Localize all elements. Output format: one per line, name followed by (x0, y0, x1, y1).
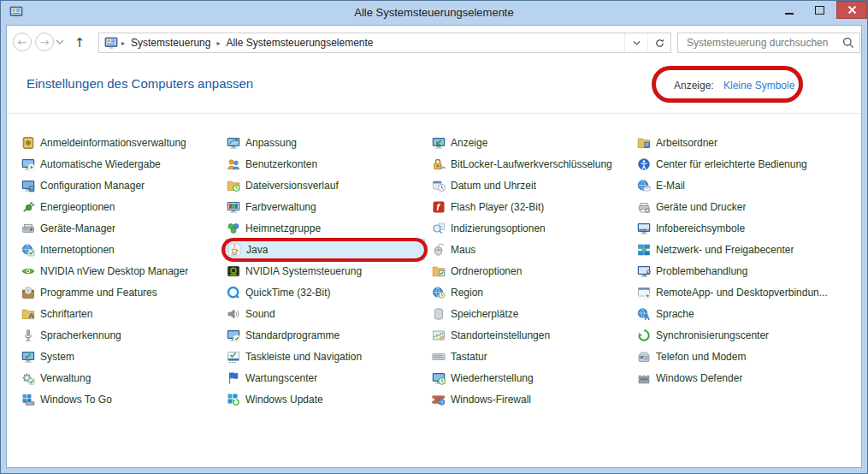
control-panel-item-spracherkennung[interactable]: Spracherkennung (20, 324, 221, 346)
close-button[interactable] (836, 1, 867, 19)
control-panel-item-dateiversionsverlauf[interactable]: Dateiversionsverlauf (225, 175, 427, 196)
back-button[interactable]: ← (13, 33, 32, 51)
control-panel-item-sprache[interactable]: ASprache (635, 303, 859, 324)
control-panel-item-system[interactable]: System (20, 346, 221, 367)
control-panel-item-standorteinstellungen[interactable]: Standorteinstellungen (430, 324, 632, 346)
control-panel-item-anzeige[interactable]: Anzeige (430, 132, 632, 153)
control-panel-item-windows-defender[interactable]: Windows Defender (635, 367, 859, 388)
control-panel-item-energieoptionen[interactable]: Energieoptionen (20, 196, 221, 217)
control-panel-item-flash-player-32-bit[interactable]: fFlash Player (32-Bit) (430, 196, 632, 217)
breadcrumb-systemsteuerung[interactable]: Systemsteuerung (125, 37, 216, 49)
up-button[interactable]: ↑ (69, 33, 90, 52)
item-label: Wartungscenter (245, 372, 317, 384)
item-label: Verwaltung (40, 372, 91, 384)
address-dropdown-button[interactable] (624, 33, 647, 52)
control-panel-item-automatische-wiedergabe[interactable]: Automatische Wiedergabe (20, 153, 221, 175)
search-icon[interactable] (842, 37, 854, 49)
control-panel-item-nvidia-systemsteuerung[interactable]: NVIDIA Systemsteuerung (225, 260, 427, 281)
control-panel-item-netzwerk-und-freigabecenter[interactable]: Netzwerk- und Freigabecenter (635, 239, 859, 260)
control-panel-item-windows-update[interactable]: Windows Update (225, 388, 427, 410)
refresh-button[interactable] (647, 33, 670, 52)
item-label: Geräte und Drucker (656, 201, 746, 213)
item-label: Dateiversionsverlauf (245, 180, 339, 192)
control-panel-item-wartungscenter[interactable]: Wartungscenter (225, 367, 427, 388)
svg-text:A: A (28, 311, 34, 320)
color-monitor-icon (227, 200, 240, 214)
item-label: Synchronisierungscenter (656, 329, 769, 341)
item-label: Netzwerk- und Freigabecenter (656, 244, 794, 256)
refresh-icon (654, 38, 665, 49)
forward-button[interactable]: → (35, 33, 54, 51)
control-panel-item-indizierungsoptionen[interactable]: Indizierungsoptionen (430, 217, 632, 239)
window-title: Alle Systemsteuerungselemente (1, 6, 867, 19)
power-plug-icon (21, 200, 35, 214)
control-panel-item-anmeldeinformationsverwaltung[interactable]: Anmeldeinformationsverwaltung (20, 132, 221, 153)
items-column-4: ArbeitsordnerCenter für erleichterte Bed… (635, 132, 861, 388)
item-label: Benutzerkonten (245, 158, 317, 170)
user-accounts-icon (227, 157, 240, 171)
item-label: Datum und Uhrzeit (451, 180, 536, 192)
item-label: System (40, 351, 74, 363)
recent-pages-button[interactable] (56, 39, 64, 45)
email-globe-icon (637, 179, 651, 193)
item-label: Java (246, 244, 268, 256)
control-panel-item-nvidia-nview-desktop-manager[interactable]: NVIDIA nView Desktop Manager (20, 260, 221, 281)
credential-vault-icon (21, 136, 35, 150)
control-panel-item-geräte-manager[interactable]: Geräte-Manager (20, 217, 221, 239)
control-panel-item-configuration-manager[interactable]: Configuration Manager (20, 175, 221, 196)
control-panel-item-datum-und-uhrzeit[interactable]: Datum und Uhrzeit (430, 175, 632, 196)
up-arrow-icon: ↑ (74, 35, 86, 50)
svg-text:A: A (645, 312, 650, 320)
recovery-monitor-clock-icon (432, 371, 446, 385)
control-panel-item-remoteapp-und-desktopverbindun[interactable]: RemoteApp- und Desktopverbindun... (635, 281, 859, 303)
control-panel-item-geräte-und-drucker[interactable]: Geräte und Drucker (635, 196, 859, 217)
control-panel-item-internetoptionen[interactable]: Internetoptionen (20, 239, 221, 260)
control-panel-item-e-mail[interactable]: E-Mail (635, 175, 859, 196)
forward-arrow-icon: → (40, 36, 50, 49)
telephone-icon (637, 350, 651, 364)
item-label: Geräte-Manager (40, 222, 115, 234)
maximize-button[interactable] (804, 1, 835, 19)
control-panel-item-telefon-und-modem[interactable]: Telefon und Modem (635, 346, 859, 367)
control-panel-item-quicktime-32-bit[interactable]: QuickTime (32-Bit) (225, 281, 427, 303)
close-icon (847, 5, 857, 15)
item-label: Anmeldeinformationsverwaltung (40, 137, 186, 149)
minimize-button[interactable] (775, 1, 804, 19)
control-panel-item-standardprogramme[interactable]: Standardprogramme (225, 324, 427, 346)
control-panel-item-region[interactable]: Region (430, 281, 632, 303)
control-panel-item-verwaltung[interactable]: Verwaltung (20, 367, 221, 388)
globe-clock-icon (432, 286, 446, 299)
control-panel-item-windows-firewall[interactable]: Windows-Firewall (430, 388, 632, 410)
search-input[interactable] (685, 36, 842, 50)
control-panel-item-problembehandlung[interactable]: Problembehandlung (635, 260, 859, 281)
item-label: Energieoptionen (40, 201, 115, 213)
control-panel-item-wiederherstellung[interactable]: Wiederherstellung (430, 367, 632, 388)
item-label: Windows Update (245, 394, 323, 406)
control-panel-item-anpassung[interactable]: Anpassung (225, 132, 427, 153)
control-panel-item-benutzerkonten[interactable]: Benutzerkonten (225, 153, 427, 175)
control-panel-item-bitlocker-laufwerkverschlüsselung[interactable]: BitLocker-Laufwerkverschlüsselung (430, 153, 632, 175)
control-panel-item-windows-to-go[interactable]: Windows To Go (20, 388, 221, 410)
control-panel-item-sound[interactable]: Sound (225, 303, 427, 324)
control-panel-item-heimnetzgruppe[interactable]: Heimnetzgruppe (225, 217, 427, 239)
control-panel-item-arbeitsordner[interactable]: Arbeitsordner (635, 132, 859, 153)
mouse-icon (432, 243, 446, 257)
control-panel-item-java[interactable]: Java (225, 239, 425, 260)
control-panel-item-maus[interactable]: Maus (430, 239, 632, 260)
control-panel-item-schriftarten[interactable]: ASchriftarten (20, 303, 221, 324)
item-label: Configuration Manager (40, 180, 145, 192)
control-panel-item-taskleiste-und-navigation[interactable]: Taskleiste und Navigation (225, 346, 427, 367)
control-panel-item-tastatur[interactable]: Tastatur (430, 346, 632, 367)
language-globe-icon: A (637, 307, 651, 321)
control-panel-item-synchronisierungscenter[interactable]: Synchronisierungscenter (635, 324, 859, 346)
breadcrumb-alle-systemsteuerungselemente[interactable]: Alle Systemsteuerungselemente (220, 37, 379, 49)
control-panel-item-speicherplätze[interactable]: Speicherplätze (430, 303, 632, 324)
item-label: Arbeitsordner (656, 137, 717, 149)
control-panel-item-ordneroptionen[interactable]: Ordneroptionen (430, 260, 632, 281)
control-panel-item-farbverwaltung[interactable]: Farbverwaltung (225, 196, 427, 217)
control-panel-item-center-für-erleichterte-bedienung[interactable]: Center für erleichterte Bedienung (635, 153, 859, 175)
address-bar[interactable]: ▸ Systemsteuerung ▸ Alle Systemsteuerung… (98, 33, 671, 53)
action-flag-icon (227, 371, 240, 385)
control-panel-item-infobereichsymbole[interactable]: Infobereichsymbole (635, 217, 859, 239)
control-panel-item-programme-und-features[interactable]: Programme und Features (20, 281, 221, 303)
